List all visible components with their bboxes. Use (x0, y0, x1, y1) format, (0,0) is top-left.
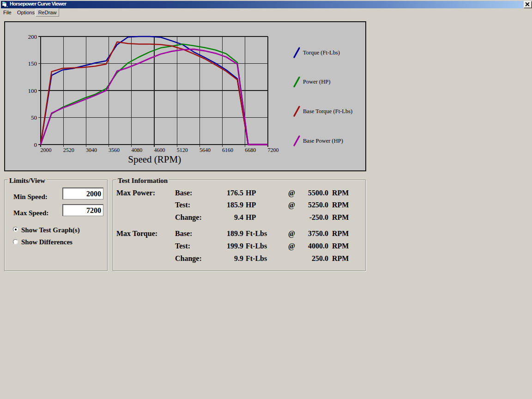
svg-text:Power (HP): Power (HP) (303, 79, 330, 85)
svg-text:5640: 5640 (200, 147, 211, 153)
svg-text:3040: 3040 (86, 147, 97, 153)
svg-text:2520: 2520 (63, 147, 74, 153)
svg-text:2000: 2000 (41, 147, 52, 153)
svg-text:50: 50 (31, 114, 37, 121)
svg-text:Speed (RPM): Speed (RPM) (128, 154, 181, 165)
svg-text:4600: 4600 (154, 147, 165, 153)
svg-text:Base Torque (Ft-Lbs): Base Torque (Ft-Lbs) (303, 108, 352, 115)
svg-text:7200: 7200 (268, 147, 279, 153)
svg-text:100: 100 (28, 87, 37, 94)
svg-text:200: 200 (28, 33, 37, 40)
svg-text:5120: 5120 (177, 147, 188, 153)
svg-text:6160: 6160 (222, 147, 233, 153)
svg-text:150: 150 (28, 60, 37, 67)
svg-text:6680: 6680 (245, 147, 256, 153)
svg-text:Base Power (HP): Base Power (HP) (303, 138, 343, 144)
svg-text:3560: 3560 (109, 147, 120, 153)
svg-text:4080: 4080 (131, 147, 142, 153)
svg-text:0: 0 (34, 141, 37, 148)
svg-text:Torque (Ft-Lbs): Torque (Ft-Lbs) (303, 49, 340, 56)
